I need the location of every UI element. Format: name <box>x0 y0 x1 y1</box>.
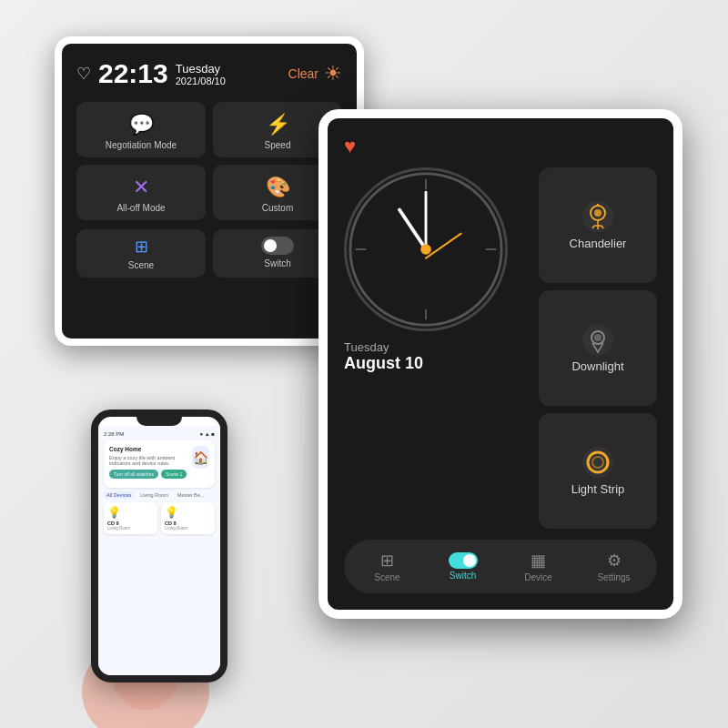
phone-tab-living[interactable]: Living Room <box>137 491 171 499</box>
back-grid: 💬 Negotiation Mode ⚡ Speed ✕ All-off Mod… <box>76 102 342 220</box>
phone-notch <box>136 417 182 426</box>
phone-signals: ● ▲ ■ <box>199 431 215 437</box>
phone-device-loc-2: Living Room <box>165 526 211 531</box>
phone-devices: 💡 CD 9 Living Room 💡 CD 8 Living Room <box>104 502 215 534</box>
downlight-icon <box>581 323 614 356</box>
switch-nav-label: Switch <box>450 571 476 581</box>
negotiation-icon: 💬 <box>129 113 154 136</box>
heart-icon-front: ♥ <box>344 135 657 158</box>
toggle-back[interactable] <box>261 237 294 255</box>
speed-icon: ⚡ <box>266 113 290 136</box>
scene-nav-label: Scene <box>374 572 399 582</box>
clock-face <box>344 167 508 331</box>
custom-label: Custom <box>262 203 293 213</box>
settings-nav-label: Settings <box>597 572 630 582</box>
right-panel: Chandelier Downlight Light <box>539 167 657 529</box>
phone-bulb-2: 💡 <box>165 506 211 519</box>
svg-point-19 <box>594 334 602 341</box>
phone-tagline: Enjoy a cozy life with ambient indicator… <box>109 455 192 466</box>
lightstrip-label: Light Strip <box>571 482 625 496</box>
lightstrip-icon <box>581 446 614 479</box>
phone-tab-master[interactable]: Master Be... <box>175 491 207 499</box>
back-bottom-row: ⊞ Scene Switch <box>76 229 342 278</box>
scene-icon-back: ⊞ <box>135 237 148 257</box>
toggle-knob <box>463 554 476 567</box>
settings-nav-icon: ⚙ <box>607 551 622 571</box>
phone-tab-all[interactable]: All Devices <box>104 491 134 499</box>
back-scene-btn[interactable]: ⊞ Scene <box>76 229 206 278</box>
speed-label: Speed <box>265 140 291 150</box>
phone-screen: 2:28 PM ● ▲ ■ Cozy Home Enjoy a cozy lif… <box>98 426 220 675</box>
phone-app-name: Cozy Home <box>109 446 192 452</box>
sun-icon: ☀ <box>324 62 342 86</box>
clock-day: Tuesday <box>344 340 423 354</box>
device-nav-icon: ▦ <box>531 551 546 571</box>
chandelier-card[interactable]: Chandelier <box>539 167 657 283</box>
lightstrip-card[interactable]: Light Strip <box>539 413 657 529</box>
phone-main-card: Cozy Home Enjoy a cozy life with ambient… <box>104 440 215 488</box>
svg-point-8 <box>420 244 431 255</box>
back-device: ♡ 22:13 Tuesday 2021/08/10 Clear ☀ 💬 Neg… <box>55 36 364 346</box>
phone-btn1[interactable]: Turn off all switches <box>109 470 158 479</box>
nav-scene[interactable]: ⊞ Scene <box>349 547 425 586</box>
weather-section: Clear ☀ <box>288 62 342 86</box>
switch-toggle[interactable] <box>449 552 478 569</box>
toggle-knob-back <box>264 239 277 252</box>
scene-label-back: Scene <box>128 260 154 270</box>
downlight-card[interactable]: Downlight <box>539 290 657 406</box>
alloff-icon: ✕ <box>133 176 149 199</box>
nav-device[interactable]: ▦ Device <box>500 547 576 586</box>
heart-icon-back: ♡ <box>76 64 91 84</box>
alloff-mode-card[interactable]: ✕ All-off Mode <box>76 165 206 220</box>
phone-device-loc-1: Living Room <box>107 526 154 531</box>
clock-section: Tuesday August 10 <box>344 167 528 529</box>
phone: 2:28 PM ● ▲ ■ Cozy Home Enjoy a cozy lif… <box>91 410 228 682</box>
alloff-label: All-off Mode <box>116 203 165 213</box>
nav-settings[interactable]: ⚙ Settings <box>576 547 652 586</box>
clock-date: August 10 <box>344 354 423 373</box>
phone-home-icon: 🏠 <box>192 446 209 469</box>
negotiation-label: Negotiation Mode <box>106 140 177 150</box>
scene-nav-icon: ⊞ <box>380 551 394 571</box>
custom-icon: 🎨 <box>266 176 290 199</box>
bottom-nav: ⊞ Scene Switch ▦ Device ⚙ Settings <box>344 540 657 593</box>
back-day: Tuesday <box>176 62 220 76</box>
phone-bulb-1: 💡 <box>107 506 154 519</box>
chandelier-icon <box>581 200 614 233</box>
phone-tabs: All Devices Living Room Master Be... <box>104 491 215 499</box>
phone-btn-row: Turn off all switches Scene 1 <box>109 470 209 479</box>
nav-switch[interactable]: Switch <box>425 549 500 584</box>
main-content: Tuesday August 10 Chandelier <box>344 167 657 529</box>
negotiation-mode-card[interactable]: 💬 Negotiation Mode <box>76 102 206 157</box>
date-section: Tuesday August 10 <box>344 340 423 373</box>
weather-label: Clear <box>288 66 318 81</box>
downlight-label: Downlight <box>571 359 623 373</box>
svg-point-16 <box>594 209 602 217</box>
phone-status-bar: 2:28 PM ● ▲ ■ <box>104 431 215 437</box>
phone-time: 2:28 PM <box>104 431 124 437</box>
phone-device-2[interactable]: 💡 CD 8 Living Room <box>161 502 215 534</box>
device-nav-label: Device <box>524 572 552 582</box>
back-time: 22:13 <box>98 58 168 89</box>
chandelier-label: Chandelier <box>570 237 627 250</box>
clock-svg <box>347 170 505 329</box>
phone-device-1[interactable]: 💡 CD 9 Living Room <box>104 502 157 534</box>
phone-btn2[interactable]: Scene 1 <box>161 470 187 479</box>
front-device: ♥ <box>318 109 682 619</box>
switch-label-back: Switch <box>264 258 290 268</box>
back-date: 2021/08/10 <box>176 76 226 86</box>
